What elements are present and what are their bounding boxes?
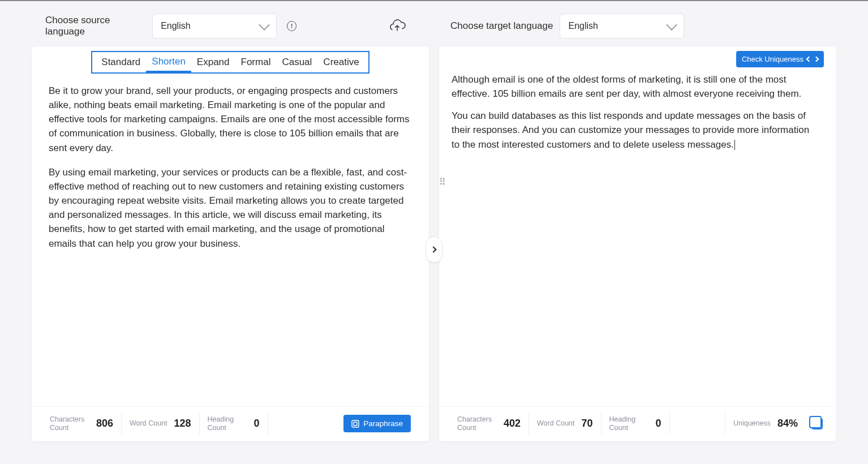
paraphrase-button[interactable]: Paraphrase [343, 415, 411, 432]
metric-headings: Heading Count 0 [200, 413, 268, 435]
chevron-down-icon [259, 19, 270, 31]
tab-shorten[interactable]: Shorten [146, 53, 191, 72]
metric-uniqueness: Uniqueness 84% [725, 413, 806, 435]
cloud-upload-icon[interactable] [388, 19, 406, 33]
characters-count-label: Characters Count [50, 415, 89, 432]
word-count-label: Word Count [537, 419, 574, 428]
paraphrase-button-label: Paraphrase [363, 419, 403, 428]
tab-expand[interactable]: Expand [191, 53, 235, 71]
metric-characters: Characters Count 806 [42, 413, 122, 435]
result-footer: Characters Count 402 Word Count 70 Headi… [439, 406, 836, 441]
paraphrase-icon [351, 420, 359, 428]
uniqueness-label: Uniqueness [733, 419, 771, 428]
result-paragraph: Although email is one of the oldest form… [452, 72, 819, 101]
target-language-select[interactable]: English [560, 14, 684, 38]
tab-standard[interactable]: Standard [96, 53, 146, 71]
result-paragraph: You can build databases as this list res… [452, 110, 809, 149]
target-language-label: Choose target language [450, 20, 553, 32]
tab-casual[interactable]: Casual [276, 53, 317, 71]
info-icon[interactable]: ! [287, 21, 297, 31]
uniqueness-value: 84% [777, 418, 798, 429]
heading-count-value: 0 [254, 418, 260, 429]
chevron-down-icon [667, 19, 678, 31]
metric-characters: Characters Count 402 [449, 413, 529, 435]
source-paragraph: By using email marketing, your services … [49, 165, 412, 251]
source-language-select[interactable]: English [152, 14, 277, 38]
metric-words: Word Count 70 [529, 413, 601, 435]
metric-headings: Heading Count 0 [601, 413, 670, 435]
svg-rect-0 [352, 420, 359, 427]
source-text-area[interactable]: Be it to grow your brand, sell your prod… [32, 74, 429, 406]
word-count-value: 128 [174, 418, 191, 429]
heading-count-value: 0 [656, 418, 661, 429]
mode-tabs: Standard Shorten Expand Formal Casual Cr… [91, 51, 369, 74]
drag-handle-icon[interactable]: ⠿ [439, 175, 446, 189]
characters-count-value: 402 [504, 418, 521, 429]
heading-count-label: Heading Count [208, 415, 247, 432]
result-text-area[interactable]: Although email is one of the oldest form… [439, 46, 836, 406]
metric-words: Word Count 128 [122, 413, 200, 435]
tab-creative[interactable]: Creative [317, 53, 364, 71]
source-footer: Characters Count 806 Word Count 128 Head… [32, 406, 429, 441]
language-bar: Choose source language English ! Choose … [0, 1, 868, 46]
characters-count-value: 806 [96, 418, 113, 429]
tab-formal[interactable]: Formal [235, 53, 277, 71]
chevron-right-icon [430, 246, 436, 252]
source-panel: Standard Shorten Expand Formal Casual Cr… [32, 46, 429, 441]
panel-collapse-toggle[interactable] [426, 237, 442, 263]
text-caret [734, 140, 735, 150]
word-count-label: Word Count [130, 419, 167, 428]
word-count-value: 70 [582, 418, 593, 429]
source-paragraph: Be it to grow your brand, sell your prod… [49, 84, 412, 155]
source-language-label: Choose source language [45, 15, 145, 37]
source-language-value: English [161, 21, 190, 31]
characters-count-label: Characters Count [457, 415, 497, 432]
copy-icon[interactable] [811, 418, 823, 429]
target-language-value: English [568, 21, 598, 31]
source-language-group: Choose source language English ! [45, 14, 429, 38]
svg-rect-1 [354, 422, 357, 426]
target-language-group: Choose target language English [436, 14, 834, 38]
heading-count-label: Heading Count [609, 415, 649, 432]
result-panel: Check Uniqueness Although email is one o… [439, 46, 836, 441]
